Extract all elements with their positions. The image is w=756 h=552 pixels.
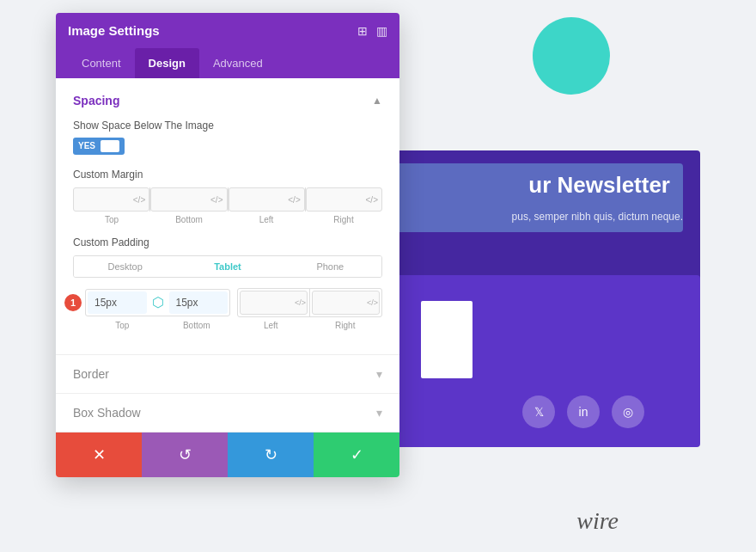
toggle-switch[interactable]: YES (73, 138, 125, 155)
instagram-icon: ◎ (612, 396, 644, 428)
padding-bottom-cell (168, 290, 230, 316)
padding-left-cell: </> (238, 289, 309, 316)
padding-top-cell (86, 290, 149, 316)
padding-bottom-input[interactable] (169, 291, 229, 314)
tab-design[interactable]: Design (135, 48, 199, 78)
newsletter-text: ur Newsletter (528, 172, 670, 199)
margin-input-row: </> </> </> </> (73, 187, 382, 212)
split-icon[interactable]: ▥ (376, 24, 387, 38)
padding-lr-group: </> </> (237, 288, 382, 317)
margin-top-icon: </> (133, 194, 145, 204)
tab-advanced[interactable]: Advanced (199, 48, 277, 78)
cancel-icon: ✕ (93, 445, 106, 464)
padding-top-input[interactable] (88, 291, 147, 314)
white-block (421, 301, 472, 378)
toggle-label: Show Space Below The Image (73, 120, 382, 132)
padding-labels-row: Top Bottom Left Right (85, 321, 382, 330)
padding-right-cell: </> (310, 289, 381, 316)
spacing-header: Spacing ▲ (73, 94, 382, 107)
margin-right-label: Right (305, 215, 382, 224)
margin-left-label: Left (228, 215, 305, 224)
border-section[interactable]: Border ▾ (56, 355, 399, 394)
margin-right-icon: </> (366, 194, 378, 204)
padding-row-container: 1 ⬡ </> (73, 288, 382, 317)
box-shadow-section[interactable]: Box Shadow ▾ (56, 394, 399, 432)
spacing-title: Spacing (73, 94, 119, 107)
padding-left-icon: </> (295, 298, 306, 307)
toggle-knob (101, 140, 119, 152)
margin-right-cell: </> (306, 187, 382, 212)
spacing-section: Spacing ▲ Show Space Below The Image YES… (56, 78, 399, 355)
panel-header: Image Settings ⊞ ▥ (56, 13, 399, 48)
cancel-button[interactable]: ✕ (56, 432, 142, 477)
sub-tab-desktop[interactable]: Desktop (74, 256, 176, 277)
padding-right-icon: </> (367, 298, 378, 307)
padding-top-label: Top (85, 321, 160, 330)
image-settings-panel: Image Settings ⊞ ▥ Content Design Advanc… (56, 13, 399, 477)
link-icon[interactable]: ⬡ (149, 290, 168, 316)
spacing-collapse-icon[interactable]: ▲ (372, 95, 382, 107)
margin-top-label: Top (73, 215, 150, 224)
padding-right-label: Right (308, 321, 383, 330)
toggle-switch-yes: YES (78, 141, 95, 150)
padding-bottom-label: Bottom (160, 321, 235, 330)
redo-button[interactable]: ↻ (228, 432, 314, 477)
resize-icon[interactable]: ⊞ (357, 24, 368, 38)
toggle-row: Show Space Below The Image YES (73, 120, 382, 155)
logo-text: wire (576, 507, 619, 535)
margin-bottom-icon: </> (210, 194, 223, 204)
sub-tab-phone[interactable]: Phone (279, 256, 381, 277)
padding-left-label: Left (234, 321, 308, 330)
margin-left-cell: </> (229, 187, 305, 212)
sub-tab-tablet[interactable]: Tablet (176, 256, 278, 277)
panel-title: Image Settings (68, 23, 160, 38)
linkedin-icon: in (567, 396, 600, 428)
teal-circle (533, 17, 610, 95)
border-chevron-icon: ▾ (376, 367, 382, 381)
padding-sub-tabs: Desktop Tablet Phone (73, 255, 382, 278)
panel-body: Spacing ▲ Show Space Below The Image YES… (56, 78, 399, 477)
box-shadow-title: Box Shadow (73, 406, 141, 420)
custom-margin-label: Custom Margin (73, 169, 382, 181)
panel-tabs: Content Design Advanced (56, 48, 399, 78)
border-title: Border (73, 367, 109, 381)
tab-content[interactable]: Content (68, 48, 135, 78)
box-shadow-chevron-icon: ▾ (376, 406, 382, 420)
panel-toolbar: ✕ ↺ ↻ ✓ (56, 432, 399, 477)
margin-labels-row: Top Bottom Left Right (73, 215, 382, 224)
reset-icon: ↺ (179, 445, 192, 464)
sub-text: pus, semper nibh quis, dictum neque. (512, 211, 683, 223)
num-badge: 1 (64, 294, 82, 311)
margin-left-icon: </> (288, 194, 300, 204)
padding-inputs-wrapper: ⬡ </> </> (85, 288, 382, 317)
margin-bottom-label: Bottom (150, 215, 228, 224)
save-icon: ✓ (351, 445, 363, 464)
social-icons: 𝕏 in ◎ (522, 396, 644, 428)
margin-bottom-cell: </> (150, 187, 227, 212)
twitter-icon: 𝕏 (522, 396, 555, 428)
panel-header-icons: ⊞ ▥ (357, 24, 387, 38)
redo-icon: ↻ (265, 445, 277, 464)
save-button[interactable]: ✓ (314, 432, 399, 477)
custom-padding-label: Custom Padding (73, 236, 382, 248)
margin-top-cell: </> (73, 187, 149, 212)
padding-top-bottom-group: ⬡ (85, 289, 230, 316)
reset-button[interactable]: ↺ (142, 432, 228, 477)
